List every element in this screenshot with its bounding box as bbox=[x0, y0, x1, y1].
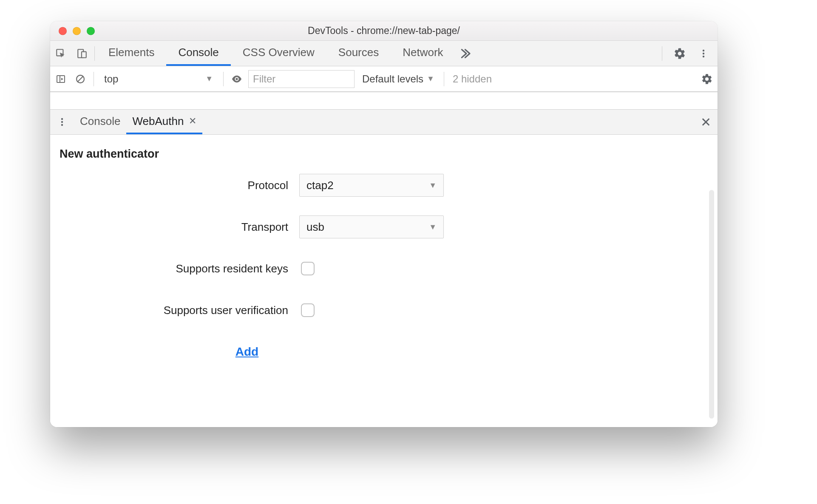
transport-select[interactable]: usb ▼ bbox=[299, 215, 444, 238]
divider bbox=[662, 46, 662, 61]
top-tabs: Elements Console CSS Overview Sources Ne… bbox=[96, 41, 455, 66]
protocol-select[interactable]: ctap2 ▼ bbox=[299, 174, 444, 197]
drawer-more-icon[interactable] bbox=[50, 110, 74, 134]
section-title: New authenticator bbox=[50, 135, 718, 165]
authenticator-form: Protocol ctap2 ▼ Transport usb ▼ Support… bbox=[50, 165, 718, 366]
chevron-down-icon: ▼ bbox=[427, 74, 434, 83]
svg-point-13 bbox=[61, 124, 63, 126]
kebab-menu-icon[interactable] bbox=[693, 48, 714, 59]
sidebar-toggle-icon[interactable] bbox=[53, 71, 69, 87]
traffic-lights bbox=[59, 27, 95, 35]
inspect-element-icon[interactable] bbox=[50, 41, 71, 66]
window-title: DevTools - chrome://new-tab-page/ bbox=[50, 25, 718, 37]
window-close-button[interactable] bbox=[59, 27, 67, 35]
tab-console[interactable]: Console bbox=[166, 41, 230, 66]
tab-sources[interactable]: Sources bbox=[326, 41, 391, 66]
tab-css-overview[interactable]: CSS Overview bbox=[231, 41, 326, 66]
resident-keys-label: Supports resident keys bbox=[50, 262, 288, 275]
svg-rect-2 bbox=[82, 51, 86, 57]
chevron-down-icon: ▼ bbox=[429, 181, 437, 190]
divider bbox=[94, 46, 95, 61]
drawer-tab-console[interactable]: Console bbox=[74, 110, 126, 134]
context-label: top bbox=[104, 73, 118, 85]
svg-point-4 bbox=[703, 52, 704, 54]
live-expression-icon[interactable] bbox=[229, 71, 245, 87]
divider bbox=[444, 72, 444, 86]
transport-label: Transport bbox=[50, 221, 288, 234]
scrollbar[interactable] bbox=[709, 190, 714, 419]
devtools-window: DevTools - chrome://new-tab-page/ Elemen… bbox=[50, 21, 718, 427]
console-filter-input[interactable]: Filter bbox=[248, 70, 355, 88]
drawer-tab-label: WebAuthn bbox=[132, 115, 184, 128]
log-levels-select[interactable]: Default levels ▼ bbox=[358, 73, 439, 85]
divider bbox=[94, 72, 94, 86]
device-toolbar-icon[interactable] bbox=[71, 41, 93, 66]
drawer-close-icon[interactable]: ✕ bbox=[694, 110, 718, 134]
execution-context-select[interactable]: top ▼ bbox=[99, 71, 218, 88]
add-authenticator-button[interactable]: Add bbox=[235, 345, 258, 359]
close-icon[interactable]: ✕ bbox=[189, 116, 196, 127]
hidden-messages-count[interactable]: 2 hidden bbox=[449, 73, 495, 85]
clear-console-icon[interactable] bbox=[72, 71, 88, 87]
tab-network[interactable]: Network bbox=[391, 41, 455, 66]
more-tabs-icon[interactable] bbox=[458, 41, 471, 66]
webauthn-panel: New authenticator Protocol ctap2 ▼ Trans… bbox=[50, 135, 718, 427]
window-minimize-button[interactable] bbox=[73, 27, 81, 35]
svg-point-12 bbox=[61, 121, 63, 123]
settings-icon[interactable] bbox=[669, 47, 690, 60]
protocol-label: Protocol bbox=[50, 179, 288, 192]
drawer-tab-webauthn[interactable]: WebAuthn ✕ bbox=[126, 110, 202, 134]
title-bar: DevTools - chrome://new-tab-page/ bbox=[50, 21, 718, 41]
console-settings-icon[interactable] bbox=[699, 71, 715, 87]
resident-keys-checkbox[interactable] bbox=[301, 262, 315, 275]
svg-point-3 bbox=[703, 49, 704, 51]
svg-rect-6 bbox=[57, 76, 65, 82]
divider bbox=[223, 72, 224, 86]
console-filter-bar: top ▼ Filter Default levels ▼ 2 hidden bbox=[50, 66, 718, 92]
svg-marker-8 bbox=[61, 78, 63, 80]
transport-value: usb bbox=[306, 221, 324, 234]
protocol-value: ctap2 bbox=[306, 179, 334, 192]
devtools-tab-strip: Elements Console CSS Overview Sources Ne… bbox=[50, 41, 718, 66]
tab-elements[interactable]: Elements bbox=[96, 41, 166, 66]
svg-point-5 bbox=[703, 55, 704, 57]
levels-label: Default levels bbox=[362, 73, 423, 85]
user-verification-checkbox[interactable] bbox=[301, 303, 315, 317]
chevron-down-icon: ▼ bbox=[429, 223, 437, 232]
right-tools bbox=[658, 41, 718, 66]
divider bbox=[50, 92, 718, 92]
window-zoom-button[interactable] bbox=[87, 27, 95, 35]
svg-point-11 bbox=[61, 118, 63, 120]
svg-line-10 bbox=[78, 76, 83, 82]
filter-placeholder: Filter bbox=[253, 73, 275, 85]
user-verification-label: Supports user verification bbox=[50, 304, 288, 317]
drawer-tab-strip: Console WebAuthn ✕ ✕ bbox=[50, 109, 718, 135]
drawer-tab-label: Console bbox=[80, 115, 120, 128]
chevron-down-icon: ▼ bbox=[205, 74, 213, 83]
